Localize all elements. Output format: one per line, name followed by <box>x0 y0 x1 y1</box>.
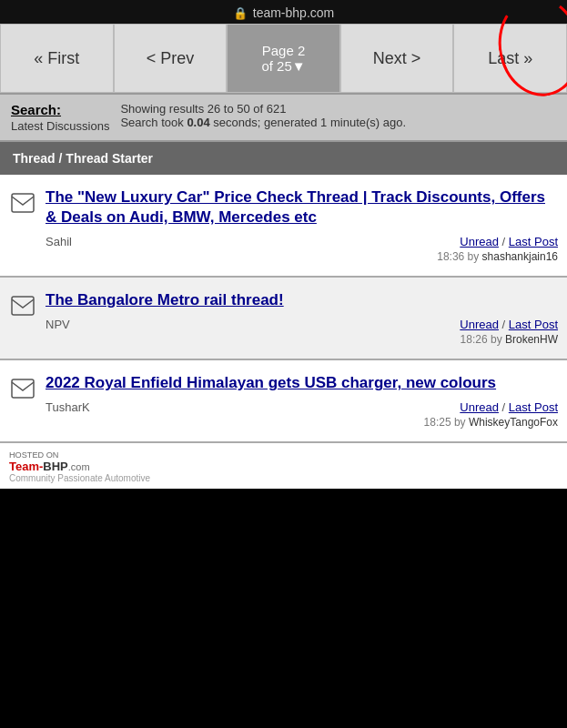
search-time-value: 0.04 <box>187 116 209 129</box>
thread-title[interactable]: The "New Luxury Car" Price Check Thread … <box>46 187 558 228</box>
thread-content: The Bangalore Metro rail thread! NPV Unr… <box>46 290 558 346</box>
thread-actions: Unread / Last Post <box>460 318 558 331</box>
url-display: team-bhp.com <box>253 5 334 20</box>
search-time-before: Search took <box>120 116 187 129</box>
thread-meta: NPV Unread / Last Post <box>46 318 558 331</box>
thread-meta: Sahil Unread / Last Post <box>46 235 558 248</box>
thread-title[interactable]: The Bangalore Metro rail thread! <box>46 290 558 310</box>
search-section: Search: Latest Discussions Showing resul… <box>0 95 567 142</box>
thread-starter: Sahil <box>46 235 72 248</box>
search-time-after: seconds; generated 1 minute(s) ago. <box>210 116 406 129</box>
thread-last-post: 18:36 by shashankjain16 <box>46 250 558 263</box>
svg-rect-2 <box>12 379 34 398</box>
thread-list: The "New Luxury Car" Price Check Thread … <box>0 175 567 443</box>
last-page-button[interactable]: Last » <box>453 24 567 93</box>
thread-meta: TusharK Unread / Last Post <box>46 400 558 414</box>
footer-logo: HOSTED ON Team-BHP.com <box>9 449 558 473</box>
thread-starter: TusharK <box>46 400 90 414</box>
footer-logo-tagline: .com <box>68 461 90 472</box>
next-page-button[interactable]: Next > <box>340 24 454 93</box>
footer-sub: Community Passionate Automotive <box>9 473 558 483</box>
last-post-author: BrokenHW <box>505 333 558 346</box>
search-results-count: Showing results 26 to 50 of 621 <box>120 102 406 116</box>
thread-row: 2022 Royal Enfield Himalayan gets USB ch… <box>0 360 567 443</box>
envelope-icon <box>9 296 36 321</box>
thread-table-header: Thread / Thread Starter <box>0 142 567 175</box>
envelope-icon <box>9 379 36 404</box>
thread-last-post: 18:25 by WhiskeyTangoFox <box>46 416 558 429</box>
thread-starter: NPV <box>46 318 70 331</box>
thread-header-label: Thread / Thread Starter <box>13 151 153 166</box>
first-page-button[interactable]: « First <box>0 24 114 93</box>
last-post-link[interactable]: Last Post <box>509 235 558 248</box>
search-sub-label: Latest Discussions <box>11 119 109 133</box>
last-post-author: WhiskeyTangoFox <box>469 416 558 429</box>
thread-row: The "New Luxury Car" Price Check Thread … <box>0 175 567 278</box>
search-time-info: Search took 0.04 seconds; generated 1 mi… <box>120 116 406 129</box>
last-post-link[interactable]: Last Post <box>509 318 558 331</box>
footer: HOSTED ON Team-BHP.com Community Passion… <box>0 443 567 489</box>
current-page-indicator[interactable]: Page 2 of 25▼ <box>227 24 340 93</box>
thread-content: The "New Luxury Car" Price Check Thread … <box>46 187 558 263</box>
thread-actions: Unread / Last Post <box>460 400 558 414</box>
thread-content: 2022 Royal Enfield Himalayan gets USB ch… <box>46 373 558 429</box>
thread-actions: Unread / Last Post <box>460 235 558 248</box>
footer-hosted-on: HOSTED ON <box>9 450 58 460</box>
thread-row: The Bangalore Metro rail thread! NPV Unr… <box>0 278 567 360</box>
unread-link[interactable]: Unread <box>460 318 499 331</box>
footer-logo-red: Team- <box>9 460 43 473</box>
top-bar: 🔒 team-bhp.com <box>0 0 567 24</box>
last-post-author: shashankjain16 <box>482 250 558 263</box>
unread-link[interactable]: Unread <box>460 400 499 414</box>
lock-icon: 🔒 <box>233 6 248 20</box>
svg-rect-0 <box>12 194 34 212</box>
prev-page-button[interactable]: < Prev <box>114 24 228 93</box>
search-label: Search: <box>11 102 109 117</box>
thread-last-post: 18:26 by BrokenHW <box>46 333 558 346</box>
footer-logo-dark: BHP <box>43 460 67 473</box>
unread-link[interactable]: Unread <box>460 235 499 248</box>
svg-rect-1 <box>12 297 34 315</box>
envelope-icon <box>9 193 36 218</box>
pagination-bar: « First < Prev Page 2 of 25▼ Next > Last… <box>0 24 567 95</box>
last-post-link[interactable]: Last Post <box>509 400 558 414</box>
thread-title[interactable]: 2022 Royal Enfield Himalayan gets USB ch… <box>46 373 558 393</box>
